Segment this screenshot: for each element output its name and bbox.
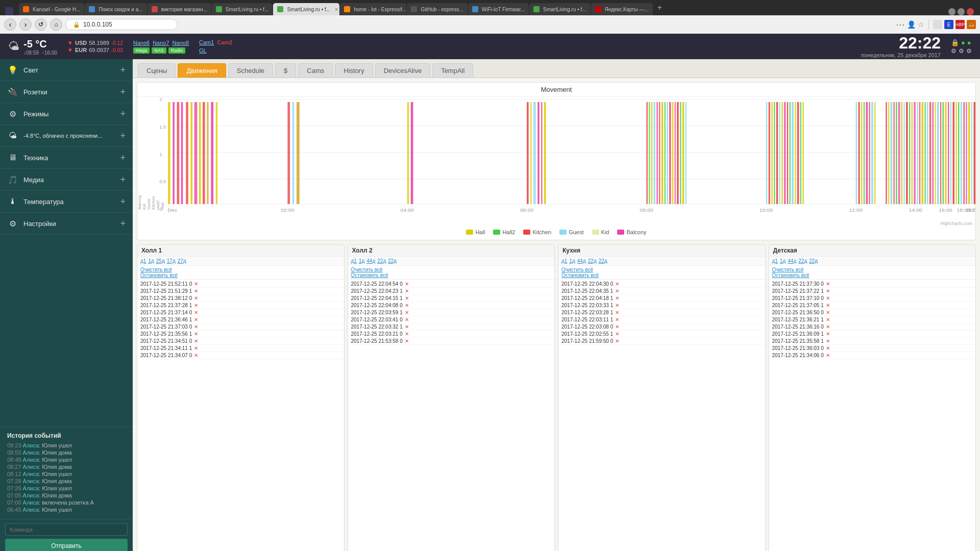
kid-clear-link[interactable]: Очистить всё: [772, 267, 973, 272]
event-item-4: 08:12 Алиса: Юлия ушел: [7, 471, 126, 477]
tab-devicesalive[interactable]: DevicesAlive: [375, 63, 430, 78]
nano7-link[interactable]: Nano7: [153, 40, 169, 46]
hall1-ctrl-25d[interactable]: 25д: [156, 258, 165, 264]
settings-icon2[interactable]: ⚙: [959, 47, 964, 55]
sidebar-item-nastroyki[interactable]: ⚙ Настройки +: [0, 213, 133, 235]
sidebar-item-weather[interactable]: 🌤 -4.8°С, облачно с прояснени... +: [0, 125, 133, 147]
kitchen-ctrl-44d[interactable]: 44д: [577, 258, 586, 264]
svg-rect-13: [203, 102, 205, 204]
tab-dollar[interactable]: $: [275, 63, 296, 78]
rozetki-add-icon[interactable]: +: [120, 87, 126, 97]
maximize-btn[interactable]: [958, 8, 965, 15]
hall2-ctrl-d1[interactable]: д1: [351, 258, 357, 264]
sidebar-item-temperatura[interactable]: 🌡 Температура +: [0, 191, 133, 213]
tab-espressif[interactable]: home - lot - Espressif...: [340, 3, 406, 15]
browser-user-icon[interactable]: 👤: [907, 20, 916, 29]
sidebar-item-rozetki[interactable]: 🔌 Розетки +: [0, 81, 133, 103]
kitchen-ctrl-d1[interactable]: д1: [561, 258, 567, 264]
cam2-link[interactable]: Cam2: [217, 39, 232, 45]
command-input[interactable]: [5, 523, 128, 536]
kitchen-ctrl-22d[interactable]: 22д: [588, 258, 597, 264]
temperatura-add-icon[interactable]: +: [120, 196, 126, 207]
kid-ctrl-22d2[interactable]: 22д: [809, 258, 818, 264]
tab-search[interactable]: Поиск скидок и а...: [85, 3, 146, 15]
media-add-icon[interactable]: +: [120, 174, 126, 185]
browser-ext1[interactable]: [933, 20, 942, 29]
kitchen-clear-link[interactable]: Очистить всё: [561, 267, 762, 272]
new-tab-btn[interactable]: +: [653, 3, 666, 12]
cam1-link[interactable]: Cam1: [199, 39, 214, 45]
hall2-clear-link[interactable]: Очистить всё: [351, 267, 552, 272]
kitchen-stop-link[interactable]: Остановить всё: [561, 272, 762, 278]
kid-ctrl-1d[interactable]: 1д: [780, 258, 786, 264]
back-btn[interactable]: ‹: [4, 18, 16, 31]
nas-tag[interactable]: NAS: [152, 47, 166, 54]
gl-tag[interactable]: GL: [199, 47, 207, 54]
browser-menu-btn[interactable]: ⋯: [896, 19, 905, 30]
browser-ext2[interactable]: E: [944, 20, 953, 29]
kid-stop-link[interactable]: Остановить всё: [772, 272, 973, 278]
tab-history[interactable]: History: [335, 63, 373, 78]
kid-ctrl-d1[interactable]: д1: [772, 258, 778, 264]
hall1-ctrl-d1[interactable]: д1: [140, 258, 146, 264]
hall2-ctrl-1d[interactable]: 1д: [359, 258, 364, 264]
weather-add-icon[interactable]: +: [120, 131, 126, 141]
tab-dvizheniya[interactable]: Движения: [178, 63, 226, 78]
hall2-ctrl-44d[interactable]: 44д: [366, 258, 375, 264]
kid-ctrl-22d[interactable]: 22д: [798, 258, 807, 264]
sidebar-item-rezhimy[interactable]: ⚙ Режимы +: [0, 103, 133, 125]
browser-star-icon[interactable]: ☆: [918, 20, 924, 29]
settings-icon3[interactable]: ⚙: [966, 47, 972, 55]
svg-rect-60: [858, 102, 860, 204]
minimize-btn[interactable]: [948, 8, 955, 15]
sidebar-item-tehnika[interactable]: 🖥 Техника +: [0, 147, 133, 169]
mega-tag[interactable]: Mega: [133, 47, 150, 54]
tab-close[interactable]: ✕: [334, 7, 338, 12]
highcharts-credit: Highcharts.com: [940, 221, 972, 226]
close-btn[interactable]: [967, 8, 974, 15]
hall1-ctrl-17d[interactable]: 17д: [167, 258, 176, 264]
hall1-ctrl-1d[interactable]: 1д: [148, 258, 154, 264]
sidebar-weather-label: -4.8°С, облачно с прояснени...: [23, 133, 115, 139]
hall2-ctrl-22d[interactable]: 22д: [377, 258, 386, 264]
tab-github[interactable]: GitHub - espress...: [407, 3, 467, 15]
nastroyki-add-icon[interactable]: +: [120, 218, 126, 229]
hall1-ctrl-27d[interactable]: 27д: [178, 258, 186, 264]
rezhimy-add-icon[interactable]: +: [120, 109, 126, 119]
svg-rect-68: [888, 102, 889, 204]
home-btn[interactable]: ⌂: [50, 18, 62, 31]
tab-victoria[interactable]: виктория магазин...: [148, 3, 211, 15]
radio-tag[interactable]: Radio: [168, 47, 186, 54]
nano8-link[interactable]: Nano8: [173, 40, 189, 46]
hall1-clear-link[interactable]: Очистить всё: [140, 267, 341, 272]
tab-karusel[interactable]: Karusel - Google H...: [19, 3, 84, 15]
hall2-ctrl-22d2[interactable]: 22д: [388, 258, 397, 264]
sidebar-item-media[interactable]: 🎵 Медиа +: [0, 169, 133, 191]
tab-tempall[interactable]: TempAll: [432, 63, 473, 78]
browser-ext3[interactable]: ABP: [955, 20, 965, 29]
kitchen-ctrl-1d[interactable]: 1д: [569, 258, 575, 264]
kitchen-ctrl-22d2[interactable]: 22д: [599, 258, 607, 264]
tab-smartliving3[interactable]: SmartLiving.ru • f...: [529, 3, 591, 15]
forward-btn[interactable]: ›: [19, 18, 32, 31]
svet-add-icon[interactable]: +: [120, 65, 126, 76]
send-button[interactable]: Отправить: [5, 539, 128, 551]
reload-btn[interactable]: ↺: [35, 18, 47, 31]
hall2-stop-link[interactable]: Остановить всё: [351, 272, 552, 278]
tab-wifiiot[interactable]: WiFi-IoT Firmwar...: [468, 3, 529, 15]
sidebar-item-svet[interactable]: 💡 Свет +: [0, 59, 133, 81]
tab-schedule[interactable]: Schedule: [228, 63, 273, 78]
tab-smartliving2[interactable]: SmartLiving.ru • f... ✕: [273, 3, 339, 15]
tab-smartliving1[interactable]: SmartLiving.ru • f...: [212, 3, 273, 15]
lock-icon[interactable]: 🔒: [951, 39, 959, 46]
kid-ctrl-44d[interactable]: 44д: [788, 258, 796, 264]
settings-icon1[interactable]: ⚙: [951, 47, 957, 55]
tab-yandex[interactable]: Яндекс.Карты —...: [591, 3, 653, 15]
tab-sceny[interactable]: Сцены: [138, 63, 176, 78]
nano6-link[interactable]: Nano6: [133, 40, 150, 46]
address-bar[interactable]: 🔒 10.0.0.105: [65, 19, 178, 30]
hall1-stop-link[interactable]: Остановить всё: [140, 272, 341, 278]
tab-cams[interactable]: Cams: [298, 63, 333, 78]
browser-ext4[interactable]: 🦊: [967, 20, 976, 29]
tehnika-add-icon[interactable]: +: [120, 153, 126, 163]
